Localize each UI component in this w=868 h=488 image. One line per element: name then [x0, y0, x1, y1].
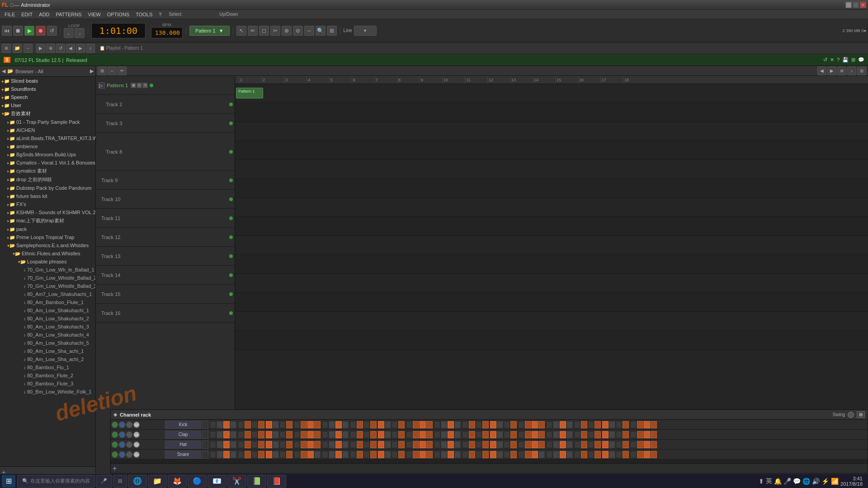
beat-btn-1-4[interactable]	[238, 431, 244, 438]
beat-btn-1-43[interactable]	[510, 431, 517, 438]
taskbar-task-view[interactable]: ⊟	[113, 475, 127, 488]
beat-btn-1-49[interactable]	[553, 431, 559, 438]
beat-btn-0-17[interactable]	[329, 421, 335, 428]
timeline-row-5[interactable]	[235, 179, 868, 198]
browser-item-0[interactable]: ▸📁Sliced beats	[0, 77, 95, 85]
beat-btn-3-27[interactable]	[398, 451, 405, 458]
tray-icon-2[interactable]: 英	[766, 477, 772, 485]
browser-item-32[interactable]: ♪80_Am_Low_Shakuhachi_5	[0, 339, 95, 347]
beat-btn-3-22[interactable]	[363, 451, 370, 458]
line-dropdown[interactable]: ▼	[354, 26, 377, 36]
beat-btn-1-29[interactable]	[413, 431, 419, 438]
beat-btn-3-17[interactable]	[329, 451, 335, 458]
channel-vol-2[interactable]	[202, 441, 208, 449]
tb2-playback-5[interactable]: ▶	[76, 44, 85, 53]
beat-btn-1-15[interactable]	[314, 431, 321, 438]
pl-nav-3[interactable]: ⊕	[837, 66, 846, 75]
beat-btn-3-3[interactable]	[230, 451, 236, 458]
tb2-btn-3[interactable]: ←	[24, 44, 33, 53]
beat-btn-3-24[interactable]	[378, 451, 384, 458]
beat-btn-2-18[interactable]	[335, 441, 342, 448]
beat-btn-1-44[interactable]	[518, 431, 524, 438]
beat-btn-3-30[interactable]	[420, 451, 426, 458]
beat-btn-0-55[interactable]	[594, 421, 601, 428]
taskbar-start[interactable]: ⊞	[2, 475, 15, 488]
beat-btn-2-11[interactable]	[286, 441, 292, 448]
timeline-row-9[interactable]	[235, 255, 868, 274]
browser-item-38[interactable]: ♪80_Bm_Low_Whistle_Folk_1	[0, 388, 95, 396]
beat-btn-2-62[interactable]	[644, 441, 650, 448]
beat-btn-0-60[interactable]	[630, 421, 637, 428]
beat-btn-1-56[interactable]	[602, 431, 609, 438]
tool-zoom[interactable]: 🔍	[316, 26, 326, 36]
beat-btn-3-16[interactable]	[322, 451, 328, 458]
browser-item-7[interactable]: ▸📁aLimit.Beats.TRA_TARTER_KIT.3.WAV	[0, 134, 95, 142]
ch-mute-2[interactable]: ▬	[133, 441, 140, 448]
tray-icon-1[interactable]: ⬆	[759, 478, 764, 485]
browser-item-20[interactable]: ▾📂Samplephonics.E.s.and.Whistles	[0, 241, 95, 249]
beat-btn-0-15[interactable]	[314, 421, 321, 428]
beat-btn-0-20[interactable]	[350, 421, 356, 428]
beat-btn-0-4[interactable]	[238, 421, 244, 428]
beat-btn-2-22[interactable]	[363, 441, 370, 448]
beat-btn-3-14[interactable]	[307, 451, 314, 458]
beat-btn-1-45[interactable]	[525, 431, 531, 438]
beat-btn-0-30[interactable]	[420, 421, 426, 428]
beat-btn-2-40[interactable]	[490, 441, 496, 448]
beat-btn-3-45[interactable]	[525, 451, 531, 458]
beat-btn-1-41[interactable]	[497, 431, 503, 438]
menu-edit[interactable]: EDIT	[19, 11, 35, 18]
browser-forward[interactable]: ▶	[90, 68, 94, 74]
beat-btn-2-57[interactable]	[609, 441, 615, 448]
tool-clone[interactable]: ⊕	[282, 26, 292, 36]
timeline-row-0[interactable]: Pattern 1	[235, 84, 868, 103]
beat-btn-3-19[interactable]	[342, 451, 349, 458]
beat-btn-0-45[interactable]	[525, 421, 531, 428]
timeline-row-3[interactable]	[235, 141, 868, 160]
beat-btn-0-13[interactable]	[301, 421, 307, 428]
beat-btn-1-62[interactable]	[644, 431, 650, 438]
browser-item-26[interactable]: ♪80_Am7_Low_Shakuhachi_1	[0, 290, 95, 298]
beat-btn-0-27[interactable]	[398, 421, 405, 428]
beat-btn-2-49[interactable]	[553, 441, 559, 448]
notif-icon-2[interactable]: ✕	[830, 57, 834, 63]
browser-item-5[interactable]: ▸📁01 - Trap Party Sample Pack	[0, 118, 95, 126]
browser-item-3[interactable]: ▸📁User	[0, 101, 95, 109]
beat-btn-3-10[interactable]	[279, 451, 286, 458]
beat-btn-1-11[interactable]	[286, 431, 292, 438]
beat-btn-3-36[interactable]	[462, 451, 468, 458]
beat-btn-3-41[interactable]	[497, 451, 503, 458]
beat-btn-3-23[interactable]	[370, 451, 377, 458]
beat-btn-2-44[interactable]	[518, 441, 524, 448]
beat-btn-2-55[interactable]	[594, 441, 601, 448]
swing-knob[interactable]	[848, 412, 854, 418]
cr-scrollbar[interactable]	[111, 460, 868, 463]
beat-btn-0-0[interactable]	[210, 421, 216, 428]
beat-btn-3-53[interactable]	[581, 451, 587, 458]
browser-item-30[interactable]: ♪80_Am_Low_Shakuhachi_3	[0, 323, 95, 331]
minimize-button[interactable]: −	[845, 2, 852, 8]
beat-btn-2-48[interactable]	[546, 441, 552, 448]
beat-btn-1-60[interactable]	[630, 431, 637, 438]
cr-pattern-mode[interactable]: ⊞	[857, 411, 865, 418]
beat-btn-3-7[interactable]	[258, 451, 264, 458]
taskbar-app-red[interactable]: 📕	[267, 475, 286, 488]
tool-mute[interactable]: ⊘	[293, 26, 303, 36]
beat-btn-1-61[interactable]	[637, 431, 643, 438]
beat-btn-0-14[interactable]	[307, 421, 314, 428]
beat-btn-1-40[interactable]	[490, 431, 496, 438]
beat-btn-3-57[interactable]	[609, 451, 615, 458]
browser-item-11[interactable]: ▸📁cymatics 素材	[0, 167, 95, 175]
beat-btn-2-4[interactable]	[238, 441, 244, 448]
beat-btn-0-2[interactable]	[223, 421, 230, 428]
beat-btn-1-25[interactable]	[385, 431, 391, 438]
beat-btn-3-11[interactable]	[286, 451, 292, 458]
beat-btn-2-14[interactable]	[307, 441, 314, 448]
tb2-playback-1[interactable]: ▶	[36, 44, 45, 53]
browser-item-1[interactable]: ▸📁Soundfonts	[0, 85, 95, 93]
timeline-row-10[interactable]	[235, 274, 868, 293]
beat-btn-3-6[interactable]	[251, 451, 258, 458]
beat-btn-3-52[interactable]	[574, 451, 580, 458]
beat-btn-3-15[interactable]	[314, 451, 321, 458]
timeline-row-8[interactable]	[235, 236, 868, 255]
